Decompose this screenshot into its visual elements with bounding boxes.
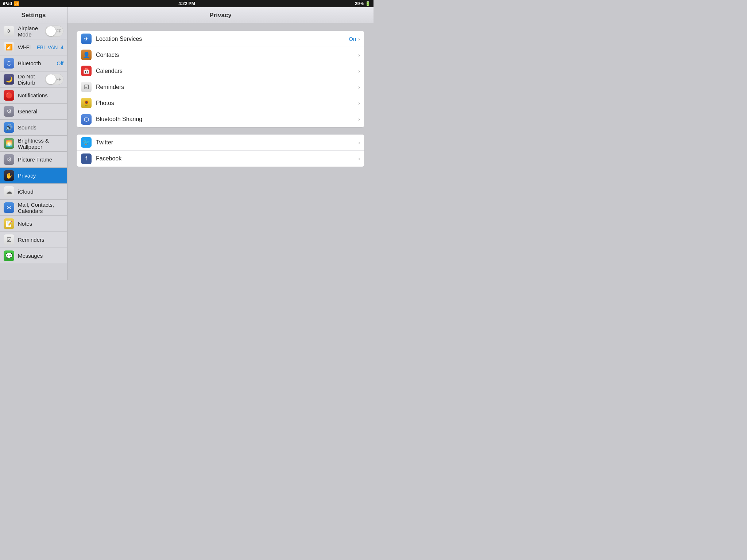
sidebar-item-sounds[interactable]: 🔊Sounds (0, 120, 67, 136)
airplane-mode-toggle[interactable]: OFF (45, 26, 63, 37)
item-left: 📶Wi-Fi (4, 42, 37, 52)
item-left: 📝Notes (4, 218, 63, 229)
status-left: iPad 📶 (3, 1, 19, 6)
item-left: 🔴Notifications (4, 90, 63, 101)
item-left: ⚙General (4, 106, 63, 117)
main-body: ✈Location ServicesOn›👤Contacts›📅Calendar… (67, 23, 374, 280)
privacy-item-photos[interactable]: 🌻Photos› (77, 95, 364, 111)
sidebar-item-icloud[interactable]: ☁iCloud (0, 184, 67, 200)
sidebar-item-brightness[interactable]: 🌅Brightness & Wallpaper (0, 136, 67, 152)
privacy-item-location-services[interactable]: ✈Location ServicesOn› (77, 31, 364, 47)
battery-label: 29% (355, 1, 364, 6)
contacts-label: Contacts (96, 52, 358, 58)
reminders-label: Reminders (18, 237, 63, 243)
icloud-icon: ☁ (4, 186, 14, 197)
item-left: ⚙Picture Frame (4, 154, 63, 165)
status-right: 29% 🔋 (355, 1, 371, 6)
privacy-item-facebook[interactable]: fFacebook› (77, 151, 364, 167)
privacy-item-reminders[interactable]: ☑Reminders› (77, 79, 364, 95)
privacy-item-calendars[interactable]: 📅Calendars› (77, 63, 364, 79)
privacy-item-twitter[interactable]: 🐦Twitter› (77, 135, 364, 151)
location-services-value: On (349, 36, 356, 42)
twitter-icon: 🐦 (81, 137, 92, 148)
calendars-icon: 📅 (81, 66, 92, 76)
picture-frame-label: Picture Frame (18, 156, 63, 163)
privacy-group-privacy-group-1: ✈Location ServicesOn›👤Contacts›📅Calendar… (76, 31, 365, 128)
brightness-icon: 🌅 (4, 138, 14, 149)
sidebar-item-privacy[interactable]: ✋Privacy (0, 168, 67, 184)
sidebar-item-reminders[interactable]: ☑Reminders (0, 232, 67, 248)
battery-icon: 🔋 (365, 1, 371, 6)
calendars-label: Calendars (96, 68, 358, 74)
sidebar-item-notes[interactable]: 📝Notes (0, 216, 67, 232)
sidebar-item-do-not-disturb[interactable]: 🌙Do Not DisturbOFF (0, 71, 67, 88)
toggle-knob (46, 74, 56, 84)
sidebar-item-picture-frame[interactable]: ⚙Picture Frame (0, 152, 67, 168)
sidebar-item-wifi[interactable]: 📶Wi-FiFBI_VAN_4 (0, 39, 67, 55)
bluetooth-sharing-label: Bluetooth Sharing (96, 116, 358, 122)
mail-icon: ✉ (4, 202, 14, 213)
general-label: General (18, 108, 63, 114)
contacts-icon: 👤 (81, 50, 92, 60)
item-left: ✋Privacy (4, 170, 63, 181)
main-title: Privacy (209, 12, 232, 19)
location-services-chevron: › (358, 36, 360, 42)
facebook-label: Facebook (96, 155, 358, 162)
location-services-label: Location Services (96, 36, 349, 42)
privacy-item-bluetooth-sharing[interactable]: ⬡Bluetooth Sharing› (77, 111, 364, 127)
wifi-value: FBI_VAN_4 (37, 44, 63, 50)
picture-frame-icon: ⚙ (4, 154, 14, 165)
main-content: Privacy ✈Location ServicesOn›👤Contacts›📅… (67, 7, 374, 280)
sounds-label: Sounds (18, 124, 63, 131)
sidebar-item-notifications[interactable]: 🔴Notifications (0, 88, 67, 104)
do-not-disturb-icon: 🌙 (4, 74, 14, 85)
bluetooth-sharing-chevron: › (358, 116, 360, 122)
photos-label: Photos (96, 100, 358, 106)
privacy-icon: ✋ (4, 170, 14, 181)
general-icon: ⚙ (4, 106, 14, 117)
item-left: 💬Messages (4, 250, 63, 261)
notifications-icon: 🔴 (4, 90, 14, 101)
app-container: Settings ✈Airplane ModeOFF📶Wi-FiFBI_VAN_… (0, 7, 374, 280)
photos-chevron: › (358, 100, 360, 106)
sounds-icon: 🔊 (4, 122, 14, 133)
bluetooth-icon: ⬡ (4, 58, 14, 69)
sidebar-item-bluetooth[interactable]: ⬡BluetoothOff (0, 55, 67, 71)
sidebar: Settings ✈Airplane ModeOFF📶Wi-FiFBI_VAN_… (0, 7, 67, 280)
bluetooth-value: Off (57, 61, 63, 66)
do-not-disturb-toggle[interactable]: OFF (45, 74, 63, 85)
bluetooth-sharing-icon: ⬡ (81, 114, 92, 125)
privacy-item-contacts[interactable]: 👤Contacts› (77, 47, 364, 63)
main-header: Privacy (67, 7, 374, 23)
sidebar-item-general[interactable]: ⚙General (0, 104, 67, 120)
mail-label: Mail, Contacts, Calendars (18, 202, 63, 214)
privacy-label: Privacy (18, 172, 63, 179)
icloud-label: iCloud (18, 188, 63, 195)
sidebar-item-airplane-mode[interactable]: ✈Airplane ModeOFF (0, 23, 67, 39)
status-time: 4:22 PM (178, 1, 195, 6)
notes-label: Notes (18, 221, 63, 227)
sidebar-header: Settings (0, 7, 67, 23)
sidebar-list: ✈Airplane ModeOFF📶Wi-FiFBI_VAN_4⬡Bluetoo… (0, 23, 67, 280)
sidebar-item-mail[interactable]: ✉Mail, Contacts, Calendars (0, 200, 67, 216)
device-label: iPad (3, 1, 12, 6)
item-left: ☑Reminders (4, 234, 63, 245)
status-bar: iPad 📶 4:22 PM 29% 🔋 (0, 0, 374, 7)
bluetooth-label: Bluetooth (18, 60, 57, 66)
item-left: ☁iCloud (4, 186, 63, 197)
sidebar-item-messages[interactable]: 💬Messages (0, 248, 67, 264)
notifications-label: Notifications (18, 92, 63, 98)
brightness-label: Brightness & Wallpaper (18, 137, 63, 150)
airplane-mode-label: Airplane Mode (18, 25, 45, 38)
contacts-chevron: › (358, 52, 360, 58)
location-services-icon: ✈ (81, 34, 92, 44)
facebook-icon: f (81, 153, 92, 164)
photos-icon: 🌻 (81, 98, 92, 108)
item-left: ✈Airplane Mode (4, 25, 45, 38)
item-left: 🌙Do Not Disturb (4, 73, 45, 86)
wifi-icon: 📶 (14, 1, 19, 6)
item-left: ⬡Bluetooth (4, 58, 57, 69)
messages-label: Messages (18, 253, 63, 259)
item-left: 🔊Sounds (4, 122, 63, 133)
reminders-icon: ☑ (4, 234, 14, 245)
